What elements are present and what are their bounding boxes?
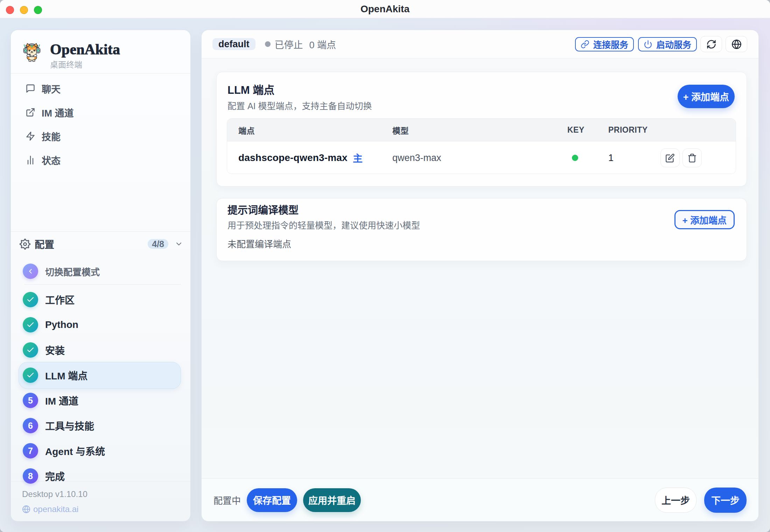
key-status-cell: [567, 141, 583, 174]
gear-icon: [19, 238, 31, 250]
next-step-button[interactable]: 下一步: [704, 488, 747, 513]
connect-service-label: 连接服务: [593, 38, 628, 50]
config-progress-badge: 4/8: [148, 239, 168, 249]
step-install[interactable]: 安装: [11, 337, 190, 363]
sidebar-item-label: 状态: [42, 153, 61, 167]
globe-icon: [22, 505, 30, 513]
sidebar-divider: [24, 284, 181, 285]
table-row: dashscope-qwen3-max 主 qwen3-max 1: [227, 141, 736, 174]
app-window: OpenAkita: [0, 0, 770, 532]
primary-badge: 主: [353, 151, 363, 165]
check-icon: [26, 321, 35, 329]
sidebar-item-im-channel[interactable]: IM 通道: [11, 100, 190, 124]
sidebar-item-label: 技能: [42, 130, 61, 143]
step-python[interactable]: Python: [11, 312, 190, 337]
row-actions: [660, 141, 702, 174]
step-agent-system[interactable]: 7 Agent 与系统: [11, 438, 190, 463]
endpoint-priority: 1: [608, 141, 614, 174]
globe-icon: [732, 39, 742, 49]
add-compiler-endpoint-button[interactable]: + 添加端点: [674, 210, 735, 229]
compiler-card-subtitle: 用于预处理指令的轻量模型，建议使用快速小模型: [227, 218, 420, 231]
step-label: Python: [45, 319, 78, 330]
chevron-left-icon: [27, 267, 34, 275]
chevron-down-icon[interactable]: [175, 240, 183, 248]
compiler-empty-text: 未配置编译端点: [227, 237, 291, 250]
refresh-button[interactable]: [700, 36, 722, 52]
llm-card-subtitle: 配置 AI 模型端点，支持主备自动切换: [227, 99, 372, 112]
main-header: default 已停止 0 端点 连接服务 启动服务: [202, 30, 758, 58]
site-link[interactable]: openakita.ai: [22, 504, 78, 514]
step-label: 安装: [45, 343, 65, 357]
power-icon: [644, 40, 652, 49]
main-panel: default 已停止 0 端点 连接服务 启动服务: [201, 30, 759, 522]
sidebar-item-chat[interactable]: 聊天: [11, 77, 190, 100]
akita-mascot-logo: [23, 42, 41, 62]
column-header-key: KEY: [567, 119, 584, 141]
profile-chip[interactable]: default: [212, 38, 255, 50]
step-check-circle: [23, 368, 38, 383]
sidebar-nav: 聊天 IM 通道 技能 状态: [11, 77, 190, 172]
config-steps: 工作区 Python 安装 LLM 端点 5 IM 通道: [11, 287, 190, 489]
endpoint-count: 0 端点: [309, 37, 336, 51]
step-number-circle: 6: [23, 418, 38, 433]
step-check-circle: [23, 292, 38, 307]
skills-icon: [26, 131, 35, 141]
step-label: Agent 与系统: [45, 444, 105, 458]
apply-restart-button[interactable]: 应用并重启: [303, 488, 361, 512]
app-background: OpenAkita 桌面终端 聊天 IM 通道 技能: [0, 18, 770, 532]
titlebar: OpenAkita: [0, 0, 770, 18]
status-dot: [265, 41, 271, 47]
sidebar-divider: [11, 73, 190, 74]
step-number: 8: [28, 471, 33, 481]
config-status-text: 配置中: [214, 493, 241, 506]
language-button[interactable]: [726, 36, 747, 52]
start-service-label: 启动服务: [656, 38, 691, 50]
step-label: 工具与技能: [45, 419, 94, 433]
config-section-header[interactable]: 配置 4/8: [11, 231, 190, 257]
sidebar: OpenAkita 桌面终端 聊天 IM 通道 技能: [10, 30, 191, 522]
mode-switch-circle: [23, 264, 38, 279]
active-step-highlight: [19, 362, 181, 389]
sidebar-item-status[interactable]: 状态: [11, 148, 190, 172]
step-im-channel[interactable]: 5 IM 通道: [11, 388, 190, 413]
trash-icon: [687, 153, 697, 163]
step-check-circle: [23, 342, 38, 358]
edit-endpoint-button[interactable]: [660, 148, 680, 167]
endpoint-model: qwen3-max: [392, 141, 441, 174]
app-subtitle: 桌面终端: [50, 58, 120, 70]
link-icon: [581, 40, 589, 49]
sidebar-item-skills[interactable]: 技能: [11, 124, 190, 148]
save-config-button[interactable]: 保存配置: [247, 488, 297, 512]
status-text: 已停止: [275, 37, 303, 51]
step-finish[interactable]: 8 完成: [11, 463, 190, 489]
compiler-card-title: 提示词编译模型: [227, 205, 299, 216]
start-service-button[interactable]: 启动服务: [638, 37, 697, 51]
step-workspace[interactable]: 工作区: [11, 287, 190, 312]
add-endpoint-button[interactable]: + 添加端点: [678, 85, 735, 108]
previous-step-button[interactable]: 上一步: [655, 488, 696, 513]
site-link-label: openakita.ai: [33, 504, 78, 514]
step-tools-skills[interactable]: 6 工具与技能: [11, 413, 190, 438]
compiler-model-card: 提示词编译模型 用于预处理指令的轻量模型，建议使用快速小模型 + 添加端点 未配…: [216, 198, 747, 261]
step-number-circle: 8: [23, 468, 38, 484]
logo-row: OpenAkita 桌面终端: [23, 42, 120, 70]
step-label: IM 通道: [45, 393, 78, 407]
column-header-endpoint: 端点: [238, 119, 255, 141]
chat-icon: [26, 84, 35, 93]
sidebar-item-label: IM 通道: [42, 106, 74, 119]
connect-service-button[interactable]: 连接服务: [575, 37, 634, 51]
im-channel-icon: [26, 107, 35, 117]
key-status-dot: [572, 155, 578, 161]
delete-endpoint-button[interactable]: [682, 148, 702, 167]
footer-action-bar: 配置中 保存配置 应用并重启 上一步 下一步: [202, 478, 758, 521]
endpoints-table: 端点 模型 KEY PRIORITY dashscope-qwen3-max 主…: [227, 118, 736, 174]
status-icon: [26, 155, 35, 165]
step-number: 7: [28, 446, 33, 456]
check-icon: [26, 371, 35, 379]
sidebar-item-label: 聊天: [42, 82, 61, 96]
step-llm-endpoints[interactable]: LLM 端点: [11, 363, 190, 388]
step-label: 工作区: [45, 293, 75, 307]
refresh-icon: [706, 39, 716, 49]
llm-card-title: LLM 端点: [227, 84, 274, 96]
config-mode-switch[interactable]: 切换配置模式: [11, 259, 190, 284]
